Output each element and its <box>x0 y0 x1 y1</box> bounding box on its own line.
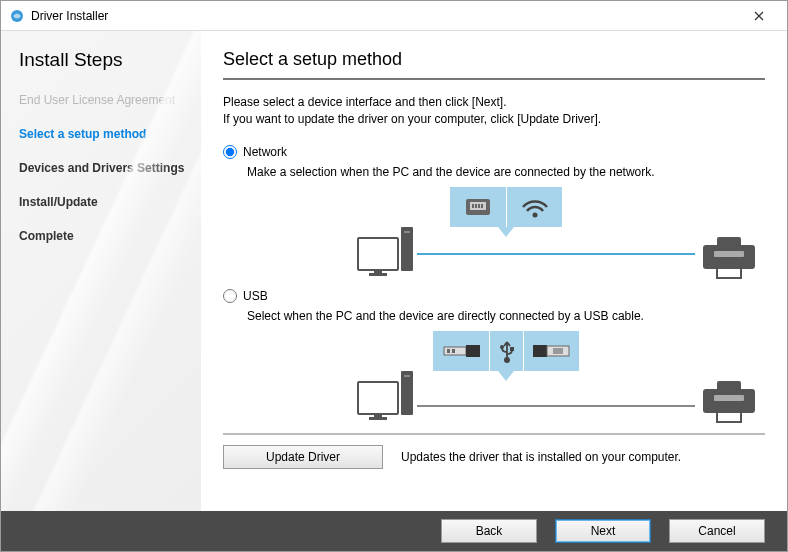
radio-network[interactable] <box>223 145 237 159</box>
radio-usb[interactable] <box>223 289 237 303</box>
usb-a-plug-icon <box>433 331 489 371</box>
pc-icon <box>357 371 413 415</box>
sidebar-heading: Install Steps <box>19 49 187 71</box>
pc-icon <box>357 227 413 271</box>
option-network-row[interactable]: Network <box>223 145 765 159</box>
update-desc: Updates the driver that is installed on … <box>401 450 681 464</box>
option-usb-row[interactable]: USB <box>223 289 765 303</box>
step-setup-method: Select a setup method <box>19 127 187 141</box>
illustration-usb <box>247 331 765 419</box>
illustration-network <box>247 187 765 275</box>
svg-rect-4 <box>475 204 477 208</box>
svg-point-7 <box>532 212 537 217</box>
intro-line-2: If you want to update the driver on your… <box>223 111 765 128</box>
step-eula: End User License Agreement <box>19 93 187 107</box>
page-heading: Select a setup method <box>223 49 765 70</box>
svg-rect-5 <box>478 204 480 208</box>
option-network-label: Network <box>243 145 287 159</box>
close-button[interactable] <box>739 2 779 30</box>
option-usb-label: USB <box>243 289 268 303</box>
heading-rule <box>223 78 765 80</box>
next-button[interactable]: Next <box>555 519 651 543</box>
usb-callout <box>433 331 579 371</box>
wifi-icon <box>506 187 562 227</box>
intro-line-1: Please select a device interface and the… <box>223 94 765 111</box>
step-devices-drivers: Devices and Drivers Settings <box>19 161 187 175</box>
svg-rect-6 <box>481 204 483 208</box>
ethernet-plug-icon <box>450 187 506 227</box>
svg-point-13 <box>500 345 504 349</box>
option-network-desc: Make a selection when the PC and the dev… <box>247 165 765 179</box>
network-callout <box>450 187 562 227</box>
svg-rect-3 <box>472 204 474 208</box>
usb-b-plug-icon <box>523 331 579 371</box>
sidebar: Install Steps End User License Agreement… <box>1 31 201 511</box>
bottom-rule <box>223 433 765 435</box>
cancel-button[interactable]: Cancel <box>669 519 765 543</box>
update-driver-button[interactable]: Update Driver <box>223 445 383 469</box>
usb-trident-icon <box>489 331 523 371</box>
printer-icon <box>703 237 755 275</box>
step-complete: Complete <box>19 229 187 243</box>
step-install-update: Install/Update <box>19 195 187 209</box>
intro-text: Please select a device interface and the… <box>223 94 765 129</box>
svg-rect-10 <box>447 349 450 353</box>
option-usb: USB Select when the PC and the device ar… <box>223 289 765 419</box>
window-title: Driver Installer <box>31 9 739 23</box>
main-panel: Select a setup method Please select a de… <box>201 31 787 511</box>
svg-rect-17 <box>553 348 563 354</box>
svg-rect-11 <box>452 349 455 353</box>
back-button[interactable]: Back <box>441 519 537 543</box>
svg-rect-9 <box>466 345 480 357</box>
title-bar: Driver Installer <box>1 1 787 31</box>
footer: Back Next Cancel <box>1 511 787 551</box>
option-network: Network Make a selection when the PC and… <box>223 145 765 275</box>
option-usb-desc: Select when the PC and the device are di… <box>247 309 765 323</box>
app-icon <box>9 8 25 24</box>
printer-icon <box>703 381 755 419</box>
svg-rect-14 <box>510 347 514 351</box>
svg-rect-15 <box>533 345 547 357</box>
update-row: Update Driver Updates the driver that is… <box>223 445 765 469</box>
